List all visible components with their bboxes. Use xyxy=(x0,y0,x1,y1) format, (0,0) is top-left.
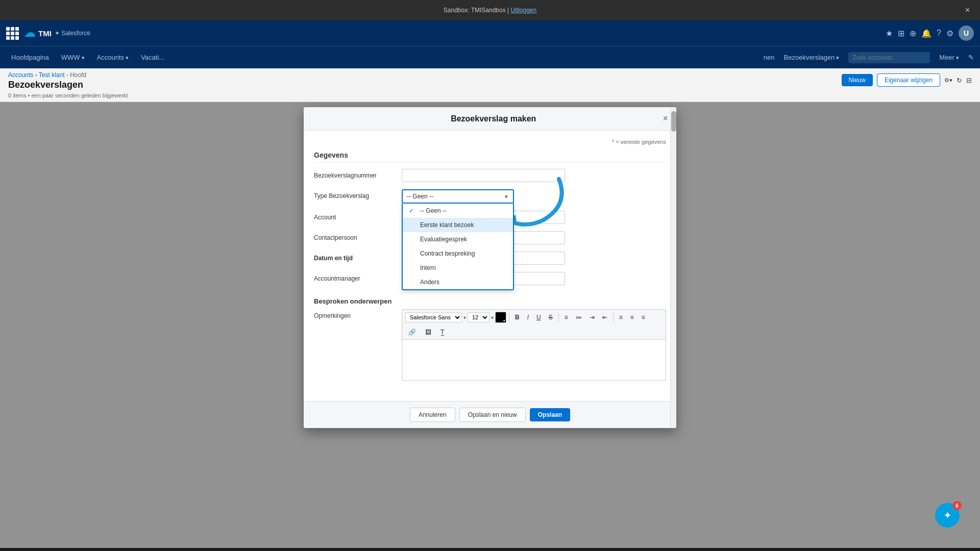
sf-logo[interactable]: ☁ TMI ✦ Salesforce xyxy=(24,27,90,40)
dropdown-option-contract[interactable]: Contract bespreking xyxy=(403,246,513,261)
nav-item-vacati[interactable]: Vacati... xyxy=(136,51,169,64)
bold-button[interactable]: B xyxy=(512,312,523,322)
filter-icon[interactable]: ⊟ xyxy=(966,77,972,84)
color-arrow-icon[interactable]: ▾ xyxy=(503,319,505,323)
modal-header: Bezoekverslag maken × xyxy=(304,107,676,131)
font-family-select[interactable]: Salesforce Sans xyxy=(405,312,462,322)
cancel-button[interactable]: Annuleren xyxy=(410,408,455,422)
dropdown-option-label-2: Evaluatiegesprek xyxy=(420,236,467,243)
trailhead-icon: ✦ xyxy=(943,509,952,521)
dropdown-option-eerste[interactable]: Eerste klant bezoek xyxy=(403,218,513,232)
dropdown-option-intern[interactable]: Intern xyxy=(403,261,513,275)
toolbar-sep-3 xyxy=(613,313,614,322)
nav-right: nen Bezoekverslagen Meer ✎ xyxy=(764,51,974,64)
avatar[interactable]: U xyxy=(959,26,974,41)
modal-title: Bezoekverslag maken xyxy=(324,114,663,123)
check-icon: ✓ xyxy=(409,207,416,214)
dropdown-option-geen[interactable]: ✓ -- Geen -- xyxy=(403,204,513,218)
toolbar-font-arrow[interactable]: ▾ xyxy=(463,315,466,320)
nav-item-www[interactable]: WWW xyxy=(56,51,90,64)
besproken-title: Besproken onderwerpen xyxy=(314,297,666,305)
section-gegevens-title: Gegevens xyxy=(314,151,666,163)
bell-icon[interactable]: 🔔 xyxy=(921,29,932,38)
main-content: Bezoekverslag maken × * = vereiste gegev… xyxy=(0,102,980,548)
italic-button[interactable]: I xyxy=(524,312,532,322)
dropdown-option-label-5: Anders xyxy=(420,279,439,286)
modal-dialog: Bezoekverslag maken × * = vereiste gegev… xyxy=(304,107,676,428)
form-row-type: Type Bezoekverslag -- Geen -- ▼ ✓ -- Gee… xyxy=(314,189,666,204)
breadcrumb: Accounts › Test klant - Hoofd xyxy=(8,71,128,79)
dropdown-option-label-3: Contract bespreking xyxy=(420,250,475,257)
align-center-button[interactable]: ≡ xyxy=(627,312,637,322)
font-size-select[interactable]: 12 xyxy=(468,312,489,322)
account-label: Account xyxy=(314,211,396,221)
outdent-button[interactable]: ⇤ xyxy=(599,312,610,322)
settings-gear-icon[interactable]: ⚙▾ xyxy=(944,77,952,84)
nav-meer[interactable]: Meer xyxy=(934,51,964,64)
type-label: Type Bezoekverslag xyxy=(314,189,396,199)
breadcrumb-testklant[interactable]: Test klant xyxy=(39,71,65,79)
dropdown-option-anders[interactable]: Anders xyxy=(403,275,513,289)
required-note: * = vereiste gegevens xyxy=(314,139,666,145)
underline-button[interactable]: U xyxy=(533,312,544,322)
save-button[interactable]: Opslaan xyxy=(530,408,570,421)
dropdown-option-evaluatie[interactable]: Evaluatiegesprek xyxy=(403,232,513,246)
opmerkingen-editor[interactable] xyxy=(402,340,666,381)
toolbar-size-arrow[interactable]: ▾ xyxy=(491,315,494,320)
nav-item-hoofdpagina[interactable]: Hoofdpagina xyxy=(6,51,54,64)
new-button[interactable]: Nieuw xyxy=(842,74,873,86)
page-title: Bezoekverslagen xyxy=(8,80,128,90)
modal-scrollbar[interactable] xyxy=(670,107,676,428)
list-ordered-button[interactable]: ≔ xyxy=(573,312,585,322)
strikethrough-button[interactable]: S xyxy=(546,312,556,322)
refresh-icon[interactable]: ↻ xyxy=(957,77,962,84)
rich-toolbar: Salesforce Sans ▾ 12 ▾ ▾ B xyxy=(402,309,666,325)
modal-body: * = vereiste gegevens Gegevens Bezoekver… xyxy=(304,131,676,401)
settings-icon[interactable]: ⚙ xyxy=(946,29,953,38)
header-right-icons: ★ ⊞ ⊕ 🔔 ? ⚙ U xyxy=(886,26,974,41)
apps-icon[interactable] xyxy=(6,27,19,40)
dropdown-option-label-0: -- Geen -- xyxy=(420,207,447,214)
toolbar-sep-1 xyxy=(509,313,509,322)
zoek-accounts-input[interactable] xyxy=(848,52,930,63)
nav-bezoekverslagen[interactable]: Bezoekverslagen xyxy=(779,51,845,64)
trailhead-badge[interactable]: ✦ 6 xyxy=(935,503,960,528)
bezoeknum-label: Bezoekverslagnummer xyxy=(314,169,396,179)
grid-icon[interactable]: ⊞ xyxy=(898,29,904,38)
type-dropdown[interactable]: -- Geen -- ▼ xyxy=(402,189,514,204)
dropdown-arrow-icon: ▼ xyxy=(504,194,509,199)
add-icon[interactable]: ⊕ xyxy=(910,29,916,38)
browser-close-btn[interactable]: × xyxy=(965,6,970,15)
help-icon[interactable]: ? xyxy=(937,29,941,38)
dropdown-option-label-4: Intern xyxy=(420,264,436,271)
save-new-button[interactable]: Opslaan en nieuw xyxy=(459,408,526,422)
scrollbar-thumb xyxy=(671,111,676,132)
uitloggen-link[interactable]: Uitloggen xyxy=(510,7,536,14)
contactpersoon-label: Contactpersoon xyxy=(314,231,396,241)
nav-item-accounts[interactable]: Accounts xyxy=(92,51,134,64)
form-row-bezoeknum: Bezoekverslagnummer xyxy=(314,169,666,182)
opmerkingen-label: Opmerkingen xyxy=(314,309,396,319)
align-left-button[interactable]: ≡ xyxy=(616,312,626,322)
star-icon[interactable]: ★ xyxy=(886,29,893,38)
font-color-swatch[interactable]: ▾ xyxy=(495,312,506,323)
sf-nav: Hoofdpagina WWW Accounts Vacati... nen B… xyxy=(0,46,980,68)
modal-close-button[interactable]: × xyxy=(663,113,668,124)
owner-button[interactable]: Eigenaar wijzigen xyxy=(877,73,940,87)
section-besproken: Besproken onderwerpen Opmerkingen Salesf… xyxy=(314,292,666,393)
format-clear-button[interactable]: T̲ xyxy=(437,327,447,337)
edit-icon[interactable]: ✎ xyxy=(968,54,974,61)
indent-button[interactable]: ⇥ xyxy=(586,312,598,322)
sf-header: ☁ TMI ✦ Salesforce ★ ⊞ ⊕ 🔔 ? ⚙ U xyxy=(0,20,980,46)
image-button[interactable]: 🖼 xyxy=(422,327,434,337)
app-name: TMI xyxy=(38,29,52,38)
bezoeknum-input[interactable] xyxy=(402,169,565,182)
link-button[interactable]: 🔗 xyxy=(405,327,419,337)
rich-editor-container: Salesforce Sans ▾ 12 ▾ ▾ B xyxy=(402,309,666,381)
list-unordered-button[interactable]: ≡ xyxy=(561,312,571,322)
breadcrumb-accounts[interactable]: Accounts xyxy=(8,71,33,79)
accountmanager-label: Accountmanager xyxy=(314,272,396,282)
align-right-button[interactable]: ≡ xyxy=(639,312,648,322)
rich-toolbar-2: 🔗 🖼 T̲ xyxy=(402,325,666,340)
salesforce-label: ✦ Salesforce xyxy=(55,30,90,37)
